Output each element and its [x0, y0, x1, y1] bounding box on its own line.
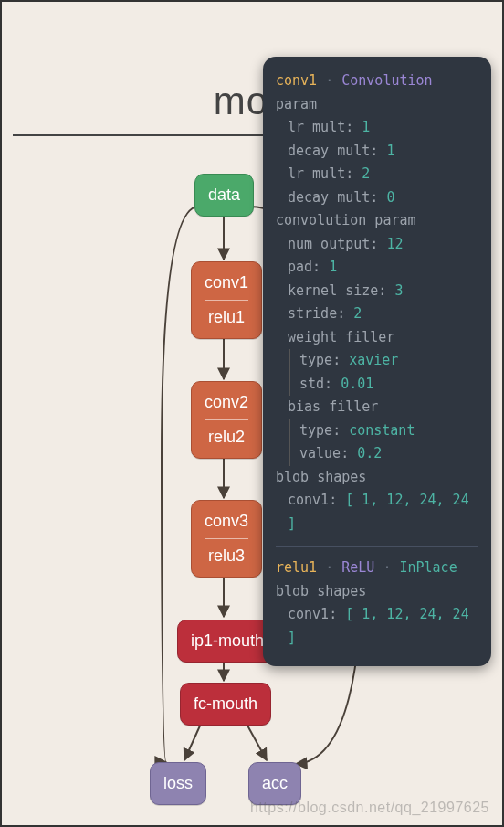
- param-val: 0: [386, 189, 394, 206]
- tooltip-inplace: InPlace: [399, 559, 457, 576]
- node-label: relu2: [205, 428, 248, 447]
- param-key: stride: [288, 305, 337, 322]
- param-val: 3: [394, 282, 403, 299]
- tooltip-layer-type: Convolution: [341, 72, 432, 89]
- param-val: 0.2: [357, 445, 382, 461]
- node-label: relu1: [205, 308, 248, 327]
- param-val: 0.01: [341, 376, 373, 392]
- node-label: acc: [262, 774, 288, 792]
- param-list: lr mult: 1 decay mult: 1 lr mult: 2 deca…: [278, 116, 478, 209]
- node-loss[interactable]: loss: [150, 762, 206, 805]
- param-key: lr mult: [288, 119, 345, 135]
- param-key: decay mult: [288, 143, 370, 159]
- param-val: 12: [386, 236, 403, 252]
- param-key: num output: [288, 236, 370, 252]
- node-label: fc-mouth: [194, 694, 257, 713]
- node-label: loss: [163, 774, 193, 792]
- param-val: xavier: [349, 352, 398, 368]
- param-val: 1: [329, 259, 337, 275]
- param-key: pad: [288, 259, 312, 275]
- tooltip-layer-name: conv1: [276, 72, 317, 89]
- separator-dot: ·: [325, 559, 341, 576]
- layer-tooltip: conv1 · Convolution param lr mult: 1 dec…: [263, 57, 491, 666]
- convparam-list: num output: 12 pad: 1 kernel size: 3 str…: [278, 233, 478, 466]
- node-fc[interactable]: fc-mouth: [180, 683, 271, 726]
- param-val: constant: [349, 422, 415, 439]
- weightfiller-list: type: xavier std: 0.01: [289, 349, 478, 396]
- separator-dot: ·: [383, 559, 399, 576]
- param-val: 1: [386, 143, 394, 159]
- section-convparam: convolution param: [276, 209, 478, 233]
- param-key: conv1: [288, 606, 329, 622]
- node-conv1[interactable]: conv1 relu1: [191, 261, 262, 339]
- param-val: 2: [353, 305, 362, 322]
- blob-list: conv1: [ 1, 12, 24, 24 ]: [278, 603, 478, 650]
- node-label: ip1-mouth: [191, 631, 264, 650]
- param-val: 1: [362, 119, 370, 135]
- blob-list: conv1: [ 1, 12, 24, 24 ]: [278, 489, 478, 535]
- param-key: conv1: [288, 492, 329, 508]
- tooltip-layer-name: relu1: [276, 559, 317, 576]
- node-acc[interactable]: acc: [248, 762, 301, 805]
- param-key: kernel size: [288, 282, 378, 299]
- param-key: type: [299, 352, 332, 368]
- node-divider: [205, 538, 248, 539]
- section-blobshapes: blob shapes: [276, 466, 478, 490]
- tooltip-layer-type: ReLU: [341, 559, 374, 576]
- section-biasfiller: bias filler: [288, 396, 478, 419]
- node-divider: [205, 300, 248, 301]
- separator-dot: ·: [325, 72, 341, 89]
- node-label: conv1: [205, 273, 248, 292]
- param-key: decay mult: [288, 189, 370, 206]
- param-key: lr mult: [288, 165, 345, 182]
- param-key: type: [299, 422, 332, 439]
- tooltip-divider: [276, 546, 478, 547]
- node-conv3[interactable]: conv3 relu3: [191, 500, 262, 578]
- node-label: data: [208, 186, 240, 204]
- tooltip-header: relu1 · ReLU · InPlace: [276, 557, 478, 580]
- biasfiller-list: type: constant value: 0.2: [289, 419, 478, 466]
- node-divider: [205, 419, 248, 420]
- param-key: std: [299, 376, 324, 392]
- node-data[interactable]: data: [194, 174, 254, 217]
- section-param: param: [276, 93, 478, 117]
- node-label: conv2: [205, 393, 248, 412]
- watermark: https://blog.csdn.net/qq_21997625: [250, 800, 489, 816]
- section-blobshapes: blob shapes: [276, 580, 478, 604]
- node-conv2[interactable]: conv2 relu2: [191, 381, 262, 459]
- param-key: value: [299, 445, 341, 461]
- node-label: relu3: [205, 546, 248, 566]
- section-weightfiller: weight filler: [288, 326, 478, 350]
- param-val: 2: [362, 165, 370, 182]
- node-label: conv3: [205, 512, 248, 531]
- tooltip-header: conv1 · Convolution: [276, 69, 478, 93]
